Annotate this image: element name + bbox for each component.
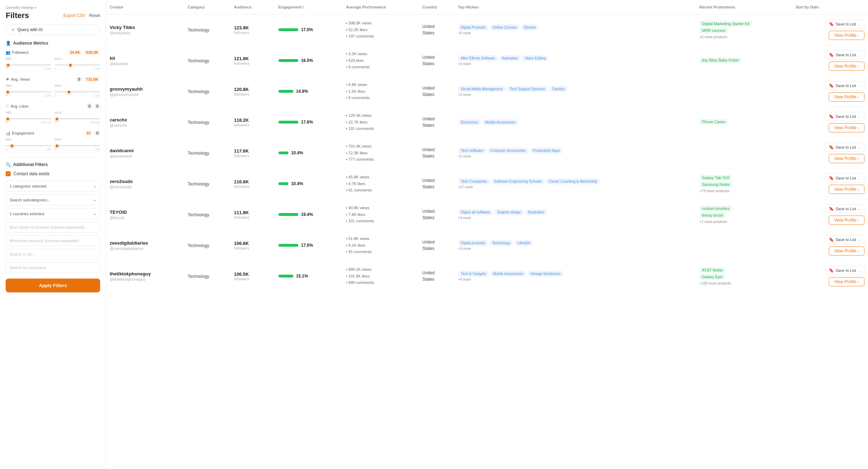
save-to-list-button[interactable]: 🔖 Save to List ⌄ [825,143,864,152]
reset-button[interactable]: Reset [89,13,100,18]
avg-performance-cell: • 51.8K views• 9.1K likes• 55 comments [343,230,419,261]
sidebar-title: Filters [6,11,29,20]
niches-more[interactable]: +3 more [458,247,692,251]
username-search-input[interactable] [6,262,100,273]
view-profile-button[interactable]: View Profile › [829,62,864,71]
save-to-list-button[interactable]: 🔖 Save to List ⌄ [825,173,864,183]
chevron-down-icon: ▾ [34,6,36,10]
eye-icon: 👁 [6,77,10,81]
category-badge: Technology [188,28,209,33]
action-cell: 🔖 Save to List ⌄ View Profile › [792,15,868,45]
promo-item: Itsy Bitsy Baby Potter [700,57,742,63]
chevron-down-icon: ⌄ [93,211,96,216]
niches-input[interactable] [6,222,100,233]
engagement-bar [278,151,288,154]
avg-likes-metric: ♡ Avg. Likes 0 0 MIN 0250.0K MAX 0250.0K [6,104,100,124]
products-input[interactable] [6,235,100,246]
engagement-label: 📊 Engagement [6,131,34,136]
avg-views-min-slider[interactable] [6,91,51,92]
chevron-down-icon: ⌄ [858,53,861,57]
th-creator: Creator [106,0,184,15]
view-profile-button[interactable]: View Profile › [829,246,864,256]
avg-likes: • 9.1K likes [346,242,415,249]
creator-handle: @vickytibbs [110,31,181,35]
creator-name: groovymyauhh [110,86,181,92]
bookmark-icon: 🔖 [829,114,834,119]
niches-more[interactable]: +2 more [458,93,692,97]
category-badge: Technology [188,58,209,63]
creator-name: davidcanni [110,148,181,153]
niches-more[interactable]: +3 more [458,62,692,66]
arrow-icon: › [858,95,859,99]
save-to-list-button[interactable]: 🔖 Save to List ⌄ [825,235,864,244]
save-to-list-button[interactable]: 🔖 Save to List ⌄ [825,50,864,59]
view-profile-button[interactable]: View Profile › [829,123,864,132]
view-profile-button[interactable]: View Profile › [829,154,864,163]
category-badge: Technology [188,120,209,125]
save-to-list-button[interactable]: 🔖 Save to List ⌄ [825,112,864,121]
followers-metric: 👥 Followers 24.0K 828.0K MIN 02.5M MAX 0… [6,50,100,70]
avg-likes-label: ♡ Avg. Likes [6,104,29,109]
promo-more[interactable]: +6 more products [700,35,789,39]
creator-handle: @thetiktokphoneguy [110,277,181,281]
export-csv-button[interactable]: Export CSV [63,13,86,18]
category-cell: Technology [184,138,231,168]
avg-comments: • 197 comments [346,33,415,40]
country-text: UnitedStates [422,270,451,282]
query-ai-button[interactable]: ✦ Query with AI [6,24,100,35]
avg-likes-min-slider[interactable] [6,118,51,119]
promo-item: custom brushes [700,206,732,211]
niche-tags: Digital productsTechnologyLifestyle [458,240,692,246]
save-to-list-button[interactable]: 🔖 Save to List ⌄ [825,19,864,29]
view-profile-button[interactable]: View Profile › [829,185,864,194]
chevron-down-icon: ⌄ [93,184,96,188]
audience-number: 123.9K [234,25,271,30]
subcategories-dropdown[interactable]: Search subcategories... ⌄ [6,194,100,205]
engagement-min-slider[interactable] [6,145,51,146]
niches-more[interactable]: +2 more [458,154,692,158]
promo-more[interactable]: +1 more products [700,220,789,224]
table-body: Vicky Tibbs@vickytibbsTechnology123.9Kfo… [106,15,868,292]
save-to-list-button[interactable]: 🔖 Save to List ⌄ [825,204,864,213]
categories-dropdown[interactable]: 1 categories selected ⌄ [6,181,100,191]
niche-tag: Lifestyle [515,240,533,246]
view-profile-button[interactable]: View Profile › [829,92,864,102]
th-avg-performance: Average Performance [343,0,419,15]
save-to-list-button[interactable]: 🔖 Save to List ⌄ [825,81,864,90]
avg-likes-max-slider[interactable] [55,118,100,119]
view-profile-button[interactable]: View Profile › [829,31,864,40]
sort-icon: ↕ [820,5,821,9]
additional-filters-title[interactable]: 🔍 Additional Filters [6,162,100,167]
promo-more[interactable]: +78 more products [700,189,789,193]
country-text: UnitedStates [422,54,451,67]
save-to-list-button[interactable]: 🔖 Save to List ⌄ [825,266,864,275]
engagement-cell: 10.4% [275,168,343,199]
top-niches-cell: Social Media ManagementTech Support Serv… [454,76,696,107]
engagement-bar [278,182,288,185]
view-profile-button[interactable]: View Profile › [829,277,864,286]
creator-cell: Vicky Tibbs@vickytibbs [106,15,184,45]
avg-likes-max-val: 0 [94,104,100,109]
engagement-max-val: 0 [94,131,100,136]
engagement-max-slider[interactable] [55,145,100,146]
category-badge: Technology [188,212,209,217]
contact-data-checkbox[interactable] [6,171,11,176]
niche-tags: Tech & GadgetsMobile AccessoriesVintage … [458,271,692,277]
table-row: zero2sudo@zero2sudoTechnology116.6Kfollo… [106,168,868,199]
niches-more[interactable]: +5 more [458,31,692,35]
promo-more[interactable]: +108 more products [700,281,789,285]
view-profile-button[interactable]: View Profile › [829,216,864,225]
chevron-down-icon: ⌄ [93,198,96,202]
niches-more[interactable]: +27 more [458,185,692,189]
avg-views-max-slider[interactable] [55,91,100,92]
niches-more[interactable]: +3 more [458,216,692,220]
apply-filters-button[interactable]: Apply Filters [6,279,100,292]
heart-icon: ♡ [6,104,9,109]
followers-max-slider[interactable] [55,64,100,65]
niche-tag: Graphic design [494,209,524,215]
countries-dropdown[interactable]: 1 countries selected ⌄ [6,208,100,219]
followers-min-slider[interactable] [6,64,51,65]
niches-more[interactable]: +4 more [458,278,692,281]
bio-search-input[interactable] [6,249,100,259]
audience-cell: 118.2Kfollowers [230,107,275,138]
